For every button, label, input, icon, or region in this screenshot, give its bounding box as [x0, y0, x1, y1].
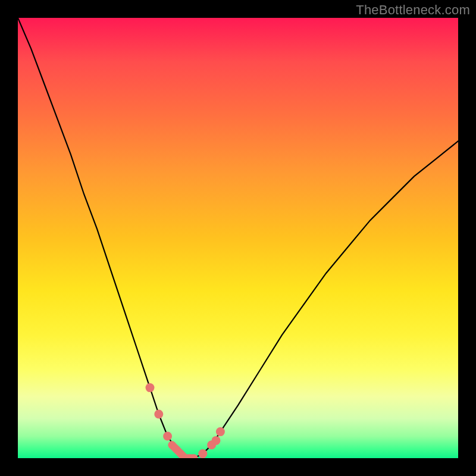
marker-dot [146, 383, 155, 392]
watermark-text: TheBottleneck.com [356, 2, 470, 18]
marker-dot [163, 432, 172, 441]
marker-dot [216, 427, 225, 436]
outer-frame: TheBottleneck.com [0, 0, 476, 476]
bottleneck-curve [18, 18, 458, 458]
marker-dot [198, 449, 207, 458]
marker-dot [154, 410, 163, 419]
marker-group [146, 383, 225, 458]
curve-path [18, 18, 458, 458]
marker-dot [212, 436, 221, 445]
plot-area [18, 18, 458, 458]
